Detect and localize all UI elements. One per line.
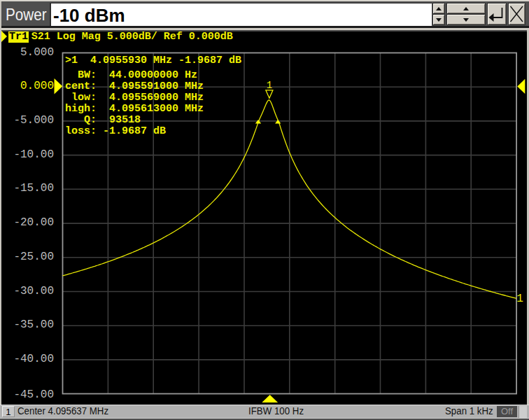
svg-text:1: 1 bbox=[267, 80, 272, 91]
svg-text:0.000: 0.000 bbox=[20, 80, 54, 92]
svg-text:-5.000: -5.000 bbox=[13, 114, 54, 127]
svg-text:-10.00: -10.00 bbox=[13, 148, 54, 161]
svg-text:-35.00: -35.00 bbox=[13, 318, 54, 331]
svg-text:-40.00: -40.00 bbox=[13, 353, 54, 365]
svg-text:-15.00: -15.00 bbox=[13, 182, 54, 195]
svg-text:5.000: 5.000 bbox=[20, 46, 54, 59]
svg-text:-25.00: -25.00 bbox=[13, 251, 54, 263]
svg-text:-20.00: -20.00 bbox=[13, 216, 54, 229]
svg-text:-45.00: -45.00 bbox=[13, 388, 54, 401]
svg-text:1: 1 bbox=[516, 293, 523, 305]
svg-text:-30.00: -30.00 bbox=[13, 285, 54, 298]
